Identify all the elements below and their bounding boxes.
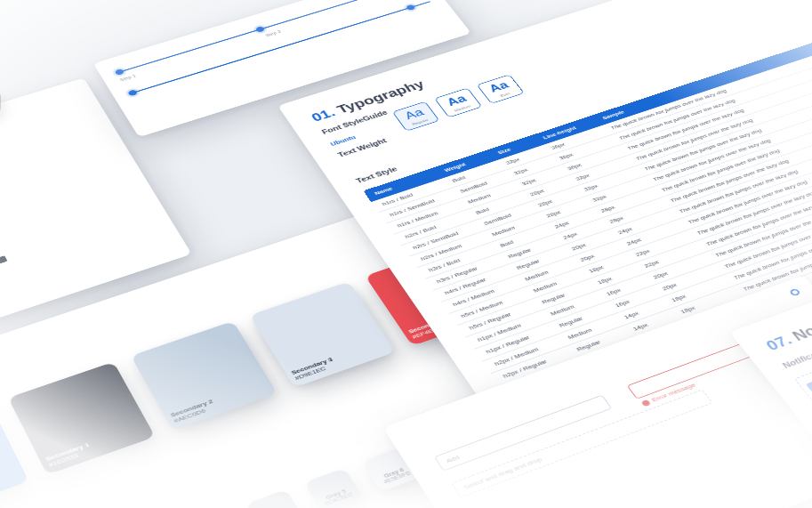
- step1-label: Step 1: [119, 74, 137, 82]
- swatch-secondary-3: Secondary 3#D9E1EC: [250, 281, 396, 387]
- notif-num: 07.: [762, 332, 795, 353]
- icon-row-filled: [0, 255, 10, 301]
- swatch-gray-5: Gray 5#C4CBD7: [304, 468, 364, 508]
- typo-num: 01.: [309, 106, 338, 124]
- font-name: Ubuntu: [329, 134, 357, 147]
- swatch-secondary-2: Secondary 2#AEC0D6: [131, 321, 277, 431]
- step2-label: Step 2: [264, 29, 281, 37]
- radio-icon[interactable]: [789, 288, 801, 297]
- swatch-secondary-1: Secondary 1#1E2533: [8, 362, 156, 475]
- notif-filter-all[interactable]: All: [806, 377, 812, 392]
- swatch-gray-4: Gray 4#8A93A6: [245, 489, 305, 508]
